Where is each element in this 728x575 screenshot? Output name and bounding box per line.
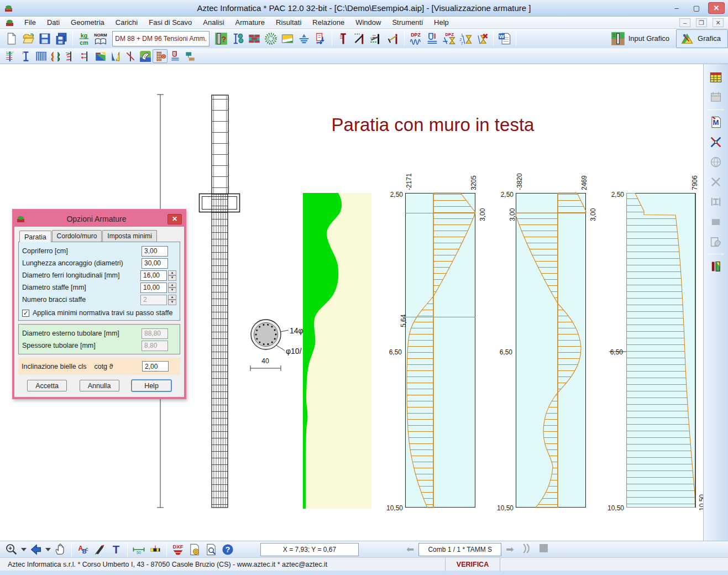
globe-button[interactable] [707,153,725,171]
material-blocks-button[interactable] [182,49,197,63]
measure-distance-button[interactable]: 50 [130,541,147,558]
menu-strumenti[interactable]: Strumenti [386,17,428,28]
menu-geometria[interactable]: Geometria [65,17,110,28]
open-file-button[interactable] [20,30,36,47]
dialog-close-button[interactable]: ✕ [167,214,182,224]
copriferro-field[interactable]: 3,00 [142,246,168,257]
combination-delete-button[interactable] [474,30,490,47]
print-preview-button[interactable] [203,541,219,558]
mdi-close-button[interactable]: ✕ [713,18,724,27]
bielle-field[interactable]: 2,00 [142,361,169,372]
materials-button[interactable] [246,30,263,47]
input-grafico-button[interactable]: Input Grafico [607,29,676,48]
diametro-staffe-stepper[interactable]: ▲▼ [168,283,176,293]
menu-window[interactable]: Window [350,17,386,28]
tab-imposta-minimi[interactable]: Imposta minimi [102,230,157,242]
pressure-left-button[interactable] [78,49,93,63]
section-dims-button[interactable] [707,193,725,211]
annulla-button[interactable]: Annulla [80,380,119,391]
minimi-normativa-checkbox[interactable]: ✓ [22,310,29,317]
normative-book-button[interactable]: NORM [92,30,109,47]
combination-verify-button[interactable]: 127 [457,30,474,47]
load-conditions-button[interactable]: + [312,30,329,47]
dialog-title-bar[interactable]: Opzioni Armature ✕ [14,211,184,227]
cut-section-button[interactable] [707,173,725,191]
units-kgcm-button[interactable]: kgcm [76,30,92,47]
pile-tie-button[interactable] [385,30,401,47]
bracci-staffe-stepper[interactable]: ▲▼ [168,295,176,305]
combination-display[interactable]: Comb 1 / 1 * TAMM S [418,543,501,556]
pan-page-button[interactable] [707,233,725,250]
new-file-button[interactable] [3,30,20,47]
redraw-button[interactable] [91,541,108,558]
diametro-ferri-field[interactable]: 16,00 [140,270,167,281]
moment-line-button[interactable] [123,49,138,63]
soil-wedge-button[interactable] [93,49,108,63]
stop-animation-button[interactable] [534,544,553,555]
displacement-wedge-button[interactable] [108,49,123,63]
next-combination-button[interactable]: ➡ [501,543,518,555]
view-3d-button[interactable] [138,49,153,63]
load-diagram-button[interactable] [3,49,18,63]
grafica-button[interactable]: Grafica [676,29,728,48]
menu-carichi[interactable]: Carichi [110,17,143,28]
zoom-in-button[interactable] [3,541,20,558]
play-animation-button[interactable] [518,543,534,556]
pressure-diagram-button[interactable] [63,49,78,63]
menu-dati[interactable]: Dati [41,17,65,28]
export-word-button[interactable]: W [496,30,513,47]
help-dialog-button[interactable]: Help [132,380,171,391]
back-button[interactable] [28,541,44,558]
menu-risultati[interactable]: Risultati [270,17,307,28]
dpz-spectrum-button[interactable]: DPZ [407,30,424,47]
pan-hand-button[interactable] [52,541,69,558]
menu-analisi[interactable]: Analisi [197,17,229,28]
dpz-verify-button[interactable]: DPZ [441,30,457,47]
section-clamp2-button[interactable]: S [167,49,182,63]
menu-armature[interactable]: Armature [230,17,270,28]
mdi-minimize-button[interactable]: – [679,18,690,27]
page-setup-button[interactable] [186,541,203,558]
pile-row-button[interactable] [33,49,48,63]
section-clamp-button[interactable] [424,30,441,47]
accetta-button[interactable]: Accetta [27,380,67,391]
maximize-button[interactable]: ▢ [688,2,705,14]
ancoraggio-field[interactable]: 30,00 [142,258,168,269]
font-button[interactable]: ABc [75,541,91,558]
results-table-button[interactable] [707,69,725,86]
pile-strut-button[interactable] [352,30,368,47]
help-button[interactable]: ? [219,541,236,558]
menu-fasi-di-scavo[interactable]: Fasi di Scavo [143,17,197,28]
computation-report-button[interactable]: M [707,113,725,131]
gravel-button[interactable] [263,30,279,47]
color-legend-button[interactable] [707,258,725,275]
save-all-button[interactable] [53,30,70,47]
zoom-menu-caret[interactable] [20,541,28,558]
menu-file[interactable]: File [19,17,41,28]
save-button[interactable] [36,30,53,47]
measure-segment-button[interactable] [147,541,164,558]
diametro-staffe-field[interactable]: 10,00 [140,283,167,293]
pile-cantilever-button[interactable] [335,30,352,47]
tab-paratia[interactable]: Paratia [19,231,51,242]
sections-button[interactable] [229,30,246,47]
report-button[interactable] [707,88,725,106]
rebar-view-button[interactable] [153,49,167,63]
close-button[interactable]: ✕ [708,2,725,14]
thrust-arrows-button[interactable] [48,49,63,63]
normative-combo[interactable]: DM 88 + DM 96 Tensioni Amm. [112,31,210,46]
add-text-button[interactable]: T [108,541,124,558]
export-dxf-button[interactable]: DXF [170,541,186,558]
mdi-restore-button[interactable]: ❐ [696,18,707,27]
water-table-button[interactable] [296,30,312,47]
beam-section-button[interactable]: I [18,49,33,63]
prev-combination-button[interactable]: ⬅ [402,543,418,555]
minimize-button[interactable]: – [668,2,685,14]
wall-data-button[interactable]: ? [213,30,229,47]
back-menu-caret[interactable] [44,541,52,558]
tools-button[interactable] [707,133,725,151]
menu-relazione[interactable]: Relazione [307,17,350,28]
menu-help[interactable]: Help [428,17,454,28]
pile-anchor-button[interactable] [368,30,385,47]
diametro-ferri-stepper[interactable]: ▲▼ [168,270,176,281]
